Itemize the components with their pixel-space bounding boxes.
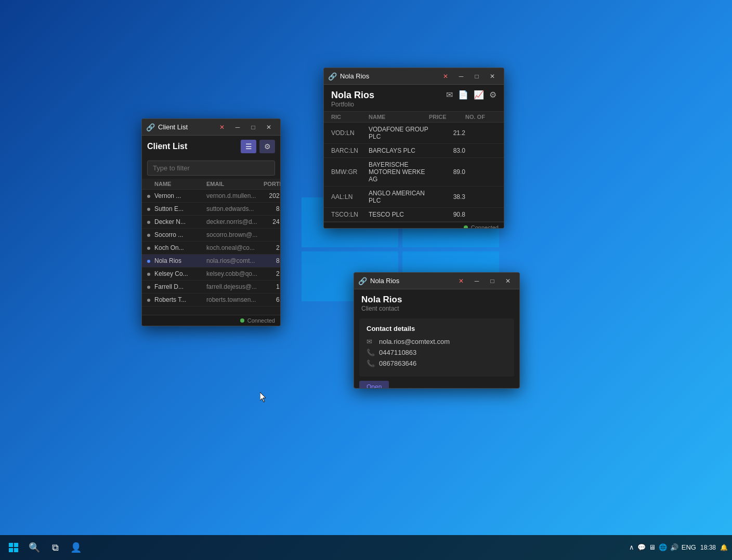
row-name: Nola Rios [154,257,206,264]
client-list-window-title: Client List [158,123,188,131]
contact-minimize-button[interactable]: ─ [469,275,484,287]
row-portfolio: 2,697 [264,270,280,277]
portfolio-status-text: Connected [471,224,499,229]
row-email: decker.norris@d... [206,218,264,225]
table-row[interactable]: Kelsey Co... kelsey.cobb@qo... 2,697 [142,268,280,281]
status-dot-connected [240,318,244,323]
client-list-minimize-button[interactable]: ─ [230,122,245,133]
client-list-table-body: Vernon ... vernon.d.mullen... 202,662 Su… [142,190,280,315]
row-indicator [147,273,150,276]
contact-close-x-button[interactable]: ✕ [454,275,468,287]
portfolio-row[interactable]: AAL:LN ANGLO AMERICAN PLC 38.3 [324,186,504,208]
contact-action-button[interactable]: Open [359,381,389,389]
client-list-header-title: Client List [147,142,187,151]
row-email: roberts.townsen... [206,296,264,303]
p-ric: BARC:LN [331,147,369,154]
portfolio-row[interactable]: VOD:LN VODAFONE GROUP PLC 21.2 [324,123,504,144]
table-row[interactable]: Socorro ... socorro.brown@... 966 [142,229,280,242]
row-email: vernon.d.mullen... [206,192,264,199]
contact-close-button[interactable]: ✕ [501,275,515,287]
client-list-close-x-button[interactable]: ✕ [215,122,229,133]
contact-button-row: Open [354,381,519,389]
chart-icon[interactable]: 📈 [474,90,484,100]
client-list-close-button[interactable]: ✕ [262,122,276,133]
language-indicator[interactable]: ENG [682,543,696,551]
network-icon[interactable]: 🌐 [659,543,667,551]
portfolio-maximize-button[interactable]: □ [469,71,484,82]
row-name: Kelsey Co... [154,270,206,277]
status-text: Connected [247,317,275,324]
people-taskbar-button[interactable]: 👤 [67,538,85,557]
row-indicator [147,286,150,289]
message-icon[interactable]: 💬 [637,543,646,551]
portfolio-row[interactable]: BMW:GR BAYERISCHE MOTOREN WERKE AG 89.0 [324,158,504,186]
svg-rect-2 [14,543,18,547]
row-portfolio: 1,512 [264,283,280,290]
volume-icon[interactable]: 🔊 [670,543,678,551]
svg-rect-4 [14,548,18,552]
client-list-maximize-button[interactable]: □ [246,122,260,133]
overflow-icon[interactable]: ∧ [629,543,634,551]
client-list-title-left: 🔗 Client List [146,123,188,131]
table-row[interactable]: Roberts T... roberts.townsen... 6,258 [142,294,280,306]
row-indicator [147,195,150,198]
portfolio-action-icons: ✉ 📄 📈 ⚙ [446,90,496,100]
p-ric: AAL:LN [331,193,369,201]
document-icon[interactable]: 📄 [458,90,468,100]
table-row[interactable]: Decker N... decker.norris@d... 24,298 [142,216,280,229]
portfolio-statusbar: Connected [324,222,504,229]
p-price: 38.3 [429,193,465,201]
col-noof-header: NO. OF [465,114,496,120]
taskbar-clock[interactable]: 18:38 [700,543,716,552]
row-email: koch.oneal@co... [206,244,264,251]
filter-input-wrapper [142,157,280,179]
contact-client-name: Nola Rios [361,295,512,305]
taskbar-time-display: 18:38 [700,543,716,552]
portfolio-close-button[interactable]: ✕ [485,71,500,82]
start-button[interactable] [4,538,23,557]
client-list-statusbar: Connected [142,315,280,326]
portfolio-close-x-button[interactable]: ✕ [438,71,453,82]
row-indicator [147,247,150,250]
table-row-nola-rios[interactable]: Nola Rios nola.rios@comt... 8,163 [142,255,280,268]
row-portfolio: 8,005 [264,205,280,212]
table-row[interactable]: Sutton E... sutton.edwards... 8,005 [142,203,280,216]
settings-icon[interactable]: ⚙ [489,90,496,100]
client-list-settings-button[interactable]: ⚙ [259,140,275,153]
contact-maximize-button[interactable]: □ [485,275,500,287]
row-indicator [147,208,150,211]
contact-phone1: 0447110863 [379,349,416,356]
link-icon: 🔗 [146,123,155,131]
row-email: farrell.dejesus@... [206,283,264,290]
contact-card: Contact details ✉ nola.rios@comtext.com … [359,318,514,377]
row-portfolio: 2,110 [264,244,280,251]
portfolio-title-left: 🔗 Nola Rios [328,72,369,81]
link-icon: 🔗 [358,277,367,285]
client-list-header-actions: ☰ ⚙ [241,140,275,153]
portfolio-window: 🔗 Nola Rios ✕ ─ □ ✕ Nola Rios Portfolio … [323,68,504,229]
client-list-table-header: NAME EMAIL PORTF... [142,179,280,190]
row-name: Sutton E... [154,205,206,212]
task-view-button[interactable]: ⧉ [46,538,64,557]
col-ric-header: RIC [331,114,369,120]
col-portfolio-header: PORTF... [264,181,281,187]
client-list-list-view-button[interactable]: ☰ [241,140,256,153]
client-list-window-controls: ✕ ─ □ ✕ [215,122,276,133]
filter-input[interactable] [147,161,275,176]
search-taskbar-button[interactable]: 🔍 [25,538,44,557]
portfolio-row[interactable]: TSCO:LN TESCO PLC 90.8 [324,208,504,222]
email-icon[interactable]: ✉ [446,90,453,100]
portfolio-table-header: RIC NAME PRICE NO. OF [324,111,504,123]
portfolio-minimize-button[interactable]: ─ [454,71,468,82]
contact-window-title: Nola Rios [370,277,399,285]
table-row[interactable]: Farrell D... farrell.dejesus@... 1,512 [142,281,280,294]
phone2-icon: 📞 [367,359,375,367]
table-row[interactable]: Vernon ... vernon.d.mullen... 202,662 [142,190,280,203]
p-ric: VOD:LN [331,129,369,137]
notification-button[interactable]: 🔔 [720,544,728,551]
display-icon[interactable]: 🖥 [649,543,656,551]
row-name: Vernon ... [154,192,206,199]
portfolio-row[interactable]: BARC:LN BARCLAYS PLC 83.0 [324,144,504,158]
table-row[interactable]: Koch On... koch.oneal@co... 2,110 [142,242,280,255]
contact-titlebar: 🔗 Nola Rios ✕ ─ □ ✕ [354,273,519,289]
